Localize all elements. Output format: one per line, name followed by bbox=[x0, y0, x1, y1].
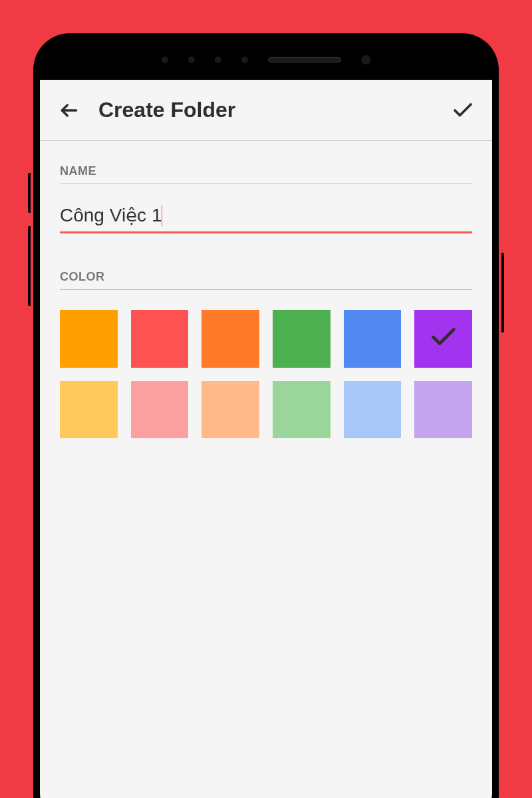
form-content: NAME Công Việc 1 COLOR bbox=[40, 141, 492, 462]
app-header: Create Folder bbox=[40, 80, 492, 141]
back-button[interactable] bbox=[56, 97, 82, 124]
color-swatch-9[interactable] bbox=[273, 381, 331, 439]
text-cursor bbox=[162, 205, 162, 226]
name-input-wrap[interactable]: Công Việc 1 bbox=[60, 204, 472, 233]
color-label: COLOR bbox=[60, 270, 472, 290]
color-swatch-3[interactable] bbox=[273, 310, 331, 368]
confirm-button[interactable] bbox=[450, 97, 476, 124]
color-swatch-1[interactable] bbox=[131, 310, 189, 368]
name-label: NAME bbox=[60, 164, 472, 184]
color-swatch-6[interactable] bbox=[60, 381, 118, 439]
color-swatch-2[interactable] bbox=[201, 310, 259, 368]
color-swatch-4[interactable] bbox=[344, 310, 402, 368]
color-swatch-11[interactable] bbox=[414, 381, 472, 439]
color-swatch-5[interactable] bbox=[414, 310, 472, 368]
phone-frame: Create Folder NAME Công Việc 1 COLOR bbox=[33, 33, 499, 798]
color-swatch-10[interactable] bbox=[344, 381, 402, 439]
page-title: Create Folder bbox=[98, 98, 450, 122]
color-swatch-0[interactable] bbox=[60, 310, 118, 368]
selected-check-icon bbox=[428, 322, 459, 355]
color-swatch-7[interactable] bbox=[131, 381, 189, 439]
color-grid bbox=[60, 310, 472, 438]
color-swatch-8[interactable] bbox=[201, 381, 259, 439]
name-input[interactable]: Công Việc 1 bbox=[60, 204, 162, 226]
phone-hardware-top bbox=[40, 40, 492, 80]
app-screen: Create Folder NAME Công Việc 1 COLOR bbox=[40, 80, 492, 798]
arrow-left-icon bbox=[59, 100, 80, 121]
check-icon bbox=[451, 98, 475, 122]
